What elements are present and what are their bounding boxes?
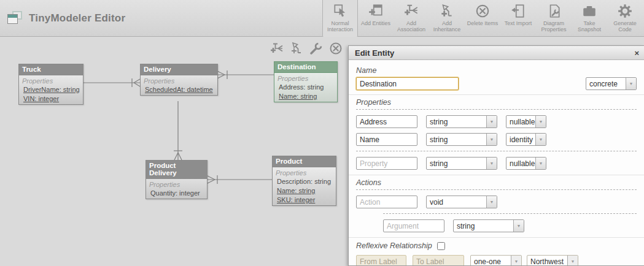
- add-inheritance-icon: [439, 3, 455, 19]
- selection-mini-toolbar: [269, 40, 343, 56]
- edit-entity-panel: Edit Entity × Name concrete Properties s…: [348, 45, 644, 266]
- entity-header[interactable]: Delivery: [141, 64, 217, 75]
- reflexive-cardinality-value: one-one: [471, 256, 511, 266]
- entity-property: VIN: integer: [19, 95, 83, 104]
- entity-property: Quantity: integer: [146, 189, 207, 199]
- dropdown-arrow-icon[interactable]: [513, 220, 524, 232]
- entity-product-delivery[interactable]: Product Delivery Properties Quantity: in…: [145, 160, 208, 199]
- dropdown-arrow-icon: [567, 256, 578, 266]
- entity-name-input[interactable]: [356, 77, 459, 90]
- new-property-modifier-value[interactable]: nullable: [506, 158, 535, 169]
- property-modifier-value[interactable]: nullable: [506, 116, 535, 127]
- take-snapshot-button[interactable]: Take Snapshot: [572, 0, 607, 36]
- new-argument-type-combobox[interactable]: string: [453, 219, 524, 232]
- property-modifier-value[interactable]: identity: [506, 134, 535, 145]
- property-type-combobox[interactable]: string: [426, 115, 497, 128]
- new-property-name-input[interactable]: [356, 157, 417, 170]
- entity-section-label: Properties: [146, 179, 207, 189]
- entity-property: Name: string: [274, 93, 337, 102]
- entity-property: DriverName: string: [19, 86, 83, 95]
- top-bar: TinyModeler Editor Normal Interaction Ad…: [0, 0, 644, 37]
- new-action-type-combobox[interactable]: void: [426, 196, 497, 208]
- new-property-type-value[interactable]: string: [427, 158, 486, 169]
- dropdown-arrow-icon[interactable]: [535, 134, 546, 145]
- entity-section-label: Properties: [19, 75, 83, 86]
- dropdown-arrow-icon: [511, 256, 521, 266]
- property-name-input[interactable]: [356, 133, 417, 146]
- dropdown-arrow-icon[interactable]: [486, 196, 497, 208]
- mini-add-association-button[interactable]: [269, 40, 284, 56]
- new-action-name-input[interactable]: [356, 196, 417, 208]
- toolbar-button-label: Add Inheritance: [429, 20, 465, 33]
- delete-circle-x-icon: [475, 3, 491, 19]
- dropdown-arrow-icon[interactable]: [486, 158, 497, 169]
- entity-property: SKU: integer: [273, 196, 336, 205]
- delete-items-button[interactable]: Delete Items: [465, 0, 500, 36]
- entity-section-label: Properties: [273, 167, 336, 178]
- camera-icon: [581, 3, 597, 19]
- entity-kind-combobox[interactable]: concrete: [586, 77, 637, 90]
- new-property-modifier-combobox[interactable]: nullable: [506, 157, 546, 170]
- new-argument-name-input[interactable]: [383, 219, 444, 232]
- new-action-type-value[interactable]: void: [427, 196, 486, 208]
- app-brand: TinyModeler Editor: [0, 11, 322, 26]
- toolbar-button-label: Normal Interaction: [323, 20, 357, 33]
- entity-header[interactable]: Product Delivery: [146, 161, 207, 179]
- add-entities-button[interactable]: Add Entities: [358, 0, 394, 36]
- property-type-value[interactable]: string: [427, 134, 486, 145]
- dropdown-arrow-icon[interactable]: [486, 116, 497, 127]
- toolbar-button-label: Add Association: [394, 20, 429, 33]
- property-name-input[interactable]: [356, 115, 417, 128]
- entity-delivery[interactable]: Delivery Properties ScheduledAt: datetim…: [140, 64, 218, 96]
- toolbar-button-label: Delete Items: [467, 20, 499, 26]
- property-type-combobox[interactable]: string: [426, 133, 497, 146]
- reflexive-relationship-checkbox[interactable]: [437, 242, 445, 250]
- properties-section-label: Properties: [356, 98, 637, 107]
- close-icon[interactable]: ×: [634, 49, 639, 57]
- property-modifier-combobox[interactable]: nullable: [506, 115, 546, 128]
- new-argument-row: string: [383, 219, 637, 232]
- toolbar-button-label: Add Entities: [361, 20, 390, 26]
- dropdown-arrow-icon[interactable]: [486, 134, 497, 145]
- property-row: string identity: [356, 133, 637, 146]
- reflexive-direction-value: Northwest: [527, 256, 567, 266]
- property-type-value[interactable]: string: [427, 116, 486, 127]
- mini-delete-button[interactable]: [328, 40, 343, 56]
- dropdown-arrow-icon[interactable]: [535, 158, 546, 169]
- entity-truck[interactable]: Truck Properties DriverName: string VIN:…: [18, 64, 83, 105]
- actions-section-label: Actions: [356, 178, 637, 187]
- add-association-button[interactable]: Add Association: [394, 0, 429, 36]
- diagram-canvas[interactable]: Truck Properties DriverName: string VIN:…: [0, 37, 644, 266]
- entity-header[interactable]: Truck: [19, 64, 83, 75]
- app-logo-icon: [7, 11, 23, 26]
- diagram-properties-button[interactable]: Diagram Properties: [536, 0, 572, 36]
- new-property-type-combobox[interactable]: string: [426, 157, 497, 170]
- add-entity-icon: [368, 3, 384, 19]
- text-import-button[interactable]: Text Import: [500, 0, 536, 36]
- entity-product[interactable]: Product Properties Description: string N…: [272, 156, 336, 206]
- entity-destination[interactable]: Destination Properties Address: string N…: [274, 61, 338, 102]
- panel-title: Edit Entity: [355, 48, 394, 58]
- cursor-select-icon: [332, 3, 348, 19]
- property-modifier-combobox[interactable]: identity: [506, 133, 546, 146]
- entity-kind-value[interactable]: concrete: [586, 78, 626, 89]
- dropdown-arrow-icon[interactable]: [626, 78, 636, 89]
- entity-property: Description: string: [273, 178, 336, 187]
- mini-add-inheritance-button[interactable]: [289, 40, 304, 56]
- normal-interaction-button[interactable]: Normal Interaction: [322, 0, 358, 38]
- entity-header[interactable]: Product: [273, 156, 336, 167]
- entity-header[interactable]: Destination: [274, 62, 337, 73]
- reflexive-to-label-input: [413, 255, 464, 266]
- mini-edit-properties-button[interactable]: [308, 40, 324, 56]
- reflexive-row: one-one Northwest: [356, 255, 637, 266]
- main-toolbar: Normal Interaction Add Entities Add Asso…: [322, 0, 644, 37]
- dropdown-arrow-icon[interactable]: [535, 116, 546, 127]
- entity-property: ScheduledAt: datetime: [141, 86, 217, 95]
- new-argument-type-value[interactable]: string: [454, 220, 513, 232]
- add-association-icon: [403, 3, 419, 19]
- panel-header: Edit Entity ×: [349, 46, 644, 60]
- name-section-label: Name: [356, 66, 637, 75]
- generate-code-button[interactable]: Generate Code: [607, 0, 643, 36]
- toolbar-button-label: Take Snapshot: [572, 20, 607, 33]
- add-inheritance-button[interactable]: Add Inheritance: [429, 0, 465, 36]
